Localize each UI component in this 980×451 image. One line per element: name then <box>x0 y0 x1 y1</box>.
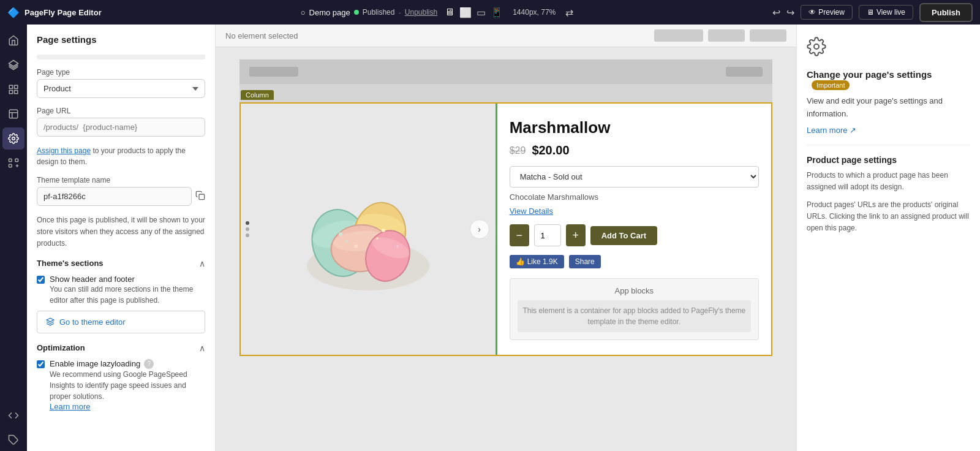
social-row: 👍 Like 1.9K Share <box>510 255 759 268</box>
toolbar-placeholder-1 <box>654 29 703 42</box>
external-link-icon: ↗ <box>850 126 856 135</box>
dot-3 <box>246 233 249 237</box>
nav-home[interactable] <box>2 29 24 51</box>
published-dot <box>354 10 359 15</box>
mobile-icon[interactable]: 📱 <box>491 7 503 18</box>
lazyload-label[interactable]: Enable image lazyloading <box>50 359 140 368</box>
right-panel-title: Change your page's settings <box>807 69 932 80</box>
topbar-left: 🔷 PageFly Page Editor <box>7 7 102 18</box>
svg-rect-10 <box>15 159 18 162</box>
dot-2 <box>246 227 249 231</box>
eye-icon: 👁 <box>809 8 816 17</box>
topbar-center: ○ Demo page Published - Unpublish 🖥 ⬜ ▭ … <box>301 7 574 18</box>
svg-rect-11 <box>9 164 12 167</box>
qty-input[interactable] <box>534 224 561 246</box>
product-info-col: Marshmallow $29 $20.00 Matcha - Sold out… <box>496 104 771 355</box>
product-section: Column <box>239 102 772 356</box>
left-panel: Page settings Page type Product Collecti… <box>27 25 216 451</box>
optimization-chevron-icon: ∧ <box>199 343 205 353</box>
undo-icon[interactable]: ↩ <box>772 7 780 18</box>
no-element-bar: No element selected <box>216 25 796 47</box>
learn-more-right-link[interactable]: Learn more ↗ <box>807 126 856 135</box>
go-theme-label: Go to theme editor <box>59 317 126 327</box>
product-image-col: › <box>241 104 496 355</box>
add-to-cart-button[interactable]: Add To Cart <box>590 226 657 245</box>
page-type-select[interactable]: Product Collection Home Blog <box>37 79 205 98</box>
svg-rect-3 <box>9 91 12 94</box>
help-icon[interactable]: ? <box>144 359 154 369</box>
product-image <box>288 162 448 297</box>
facebook-like-button[interactable]: 👍 Like 1.9K <box>510 255 564 268</box>
publish-button[interactable]: Publish <box>919 3 973 22</box>
unpublish-link[interactable]: Unpublish <box>405 8 437 17</box>
view-live-button[interactable]: 🖥 View live <box>859 5 913 20</box>
page-url-input[interactable] <box>37 118 205 137</box>
show-header-footer-row: Show header and footer You can still add… <box>37 275 205 306</box>
icon-nav <box>0 25 27 451</box>
scroll-indicator <box>37 55 205 59</box>
price-row: $29 $20.00 <box>510 143 759 157</box>
tablet-landscape-icon[interactable]: ⬜ <box>459 7 472 18</box>
svg-point-8 <box>12 137 15 140</box>
facebook-share-button[interactable]: Share <box>569 255 601 268</box>
main-layout: Page settings Page type Product Collecti… <box>0 25 980 451</box>
show-header-checkbox[interactable] <box>37 276 45 284</box>
publish-info: Once this page is published, it will be … <box>37 214 205 250</box>
variant-select[interactable]: Matcha - Sold out <box>510 166 759 188</box>
nav-pages[interactable] <box>2 103 24 125</box>
nav-apps[interactable] <box>2 152 24 174</box>
theme-template-group: Theme template name <box>37 176 205 206</box>
svg-rect-15 <box>199 194 205 200</box>
no-element-text: No element selected <box>225 31 298 40</box>
qty-decrease-button[interactable]: − <box>510 224 529 246</box>
page-preview: Column <box>239 59 772 356</box>
optimization-section-header[interactable]: Optimization ∧ <box>37 343 205 353</box>
svg-point-25 <box>339 232 342 236</box>
product-section-wrapper: Column <box>239 102 772 356</box>
page-type-group: Page type Product Collection Home Blog <box>37 68 205 98</box>
product-title: Marshmallow <box>510 118 759 137</box>
settings-icon[interactable]: ⇄ <box>565 7 573 18</box>
learn-more-link[interactable]: Learn more <box>50 402 90 411</box>
preview-nav <box>239 59 772 84</box>
sale-price: $20.00 <box>532 143 569 157</box>
page-type-label: Page type <box>37 68 205 77</box>
svg-point-30 <box>396 245 399 248</box>
copy-icon[interactable] <box>195 191 205 203</box>
theme-template-label: Theme template name <box>37 176 205 184</box>
nav-tags[interactable] <box>2 429 24 451</box>
nav-layers[interactable] <box>2 54 24 76</box>
monitor-icon: 🖥 <box>867 8 874 17</box>
show-header-label[interactable]: Show header and footer <box>50 275 135 284</box>
nav-placeholder <box>249 67 298 77</box>
lazyload-checkbox[interactable] <box>37 360 45 368</box>
redo-icon[interactable]: ↪ <box>786 7 794 18</box>
svg-rect-4 <box>15 91 18 94</box>
toolbar-placeholder-3 <box>750 29 786 42</box>
nav-placeholder-right <box>726 67 763 77</box>
gear-icon <box>807 37 970 61</box>
nav-settings[interactable] <box>2 127 24 150</box>
desktop-icon[interactable]: 🖥 <box>445 7 454 18</box>
theme-template-input[interactable] <box>37 187 192 206</box>
product-settings-desc1: Products to which a product page has bee… <box>807 170 970 193</box>
nav-elements[interactable] <box>2 78 24 100</box>
qty-increase-button[interactable]: + <box>566 224 586 246</box>
go-theme-editor-button[interactable]: Go to theme editor <box>37 311 205 333</box>
preview-button[interactable]: 👁 Preview <box>801 5 853 20</box>
view-details-link[interactable]: View Details <box>510 207 759 216</box>
app-title: PageFly Page Editor <box>24 8 102 17</box>
nav-code[interactable] <box>2 404 24 426</box>
lazyload-row: Enable image lazyloading ? We recommend … <box>37 359 205 411</box>
assign-link[interactable]: Assign this page <box>37 146 91 155</box>
tablet-portrait-icon[interactable]: ▭ <box>477 7 486 18</box>
show-header-desc: You can still add more sections in the t… <box>50 284 205 306</box>
svg-point-27 <box>382 229 385 232</box>
themes-section-header[interactable]: Theme's sections ∧ <box>37 259 205 268</box>
svg-rect-2 <box>15 85 18 88</box>
status-separator: - <box>398 8 401 17</box>
carousel-next-button[interactable]: › <box>470 219 489 239</box>
themes-chevron-icon: ∧ <box>199 259 205 268</box>
right-divider <box>807 145 970 145</box>
svg-rect-1 <box>9 85 12 88</box>
